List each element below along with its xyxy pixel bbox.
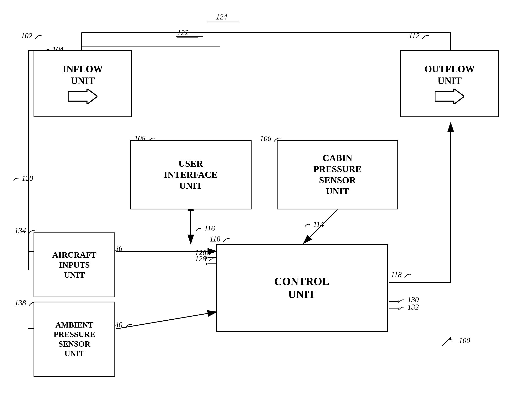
diagram: 124 122 102 104 112 108 106 110 116 [0,0,532,404]
aircraft-inputs-unit-box: AIRCRAFTINPUTSUNIT [33,233,115,297]
ref-124: 124 [216,13,239,22]
ref-120: 120 [13,174,33,183]
ambient-pressure-unit-label: AMBIENTPRESSURESENSORUNIT [54,320,95,358]
inflow-arrow-icon [68,88,97,104]
aircraft-inputs-unit-label: AIRCRAFTINPUTSUNIT [52,250,96,280]
ref-118: 118 [391,270,412,279]
ref-138: 138 [15,298,36,307]
outflow-unit-label: OUTFLOWUNIT [424,63,475,86]
svg-marker-30 [68,88,97,104]
ref-112: 112 [409,32,430,40]
cabin-pressure-unit-box: CABINPRESSURESENSORUNIT [277,140,398,209]
user-interface-unit-box: USERINTERFACEUNIT [130,140,251,209]
inflow-unit-label: INFLOW UNIT [63,63,103,86]
ref-110: 110 [210,234,231,243]
cabin-pressure-unit-label: CABINPRESSURESENSORUNIT [313,153,362,197]
ref-128: 128 [195,254,216,263]
ref-114: 114 [304,220,324,229]
svg-marker-31 [435,88,464,104]
control-unit-box: CONTROLUNIT [216,244,388,332]
control-unit-label: CONTROLUNIT [274,275,329,301]
ref-102: 102 [21,32,43,40]
outflow-arrow-icon [435,88,464,104]
inflow-unit-box: INFLOW UNIT [33,50,132,117]
ref-100: 100 [440,335,470,348]
ref-116: 116 [195,224,215,233]
ref-132: 132 [398,303,419,311]
ref-122: 122 [177,28,198,38]
user-interface-unit-label: USERINTERFACEUNIT [164,158,218,191]
outflow-unit-box: OUTFLOWUNIT [400,50,499,117]
ambient-pressure-unit-box: AMBIENTPRESSURESENSORUNIT [33,302,115,377]
ref-134: 134 [15,226,36,235]
